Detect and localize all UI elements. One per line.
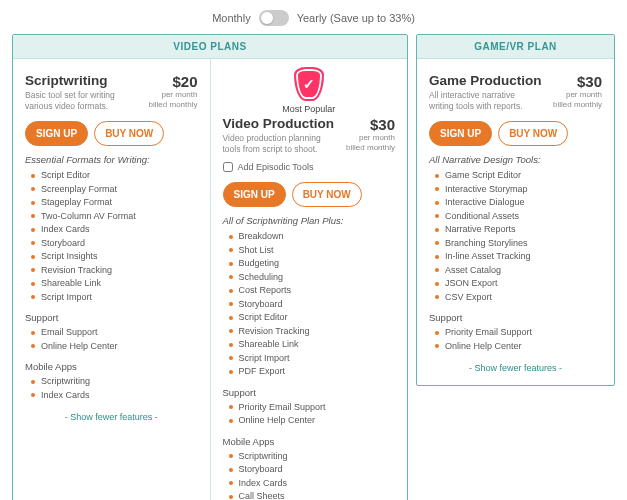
features-title: Essential Formats for Writing: (25, 154, 198, 165)
plan-price: $30 (553, 73, 602, 90)
most-popular-badge: ✓ Most Popular (223, 67, 396, 114)
list-item: Scheduling (229, 271, 396, 285)
list-item: Script Insights (31, 250, 198, 264)
list-item: JSON Export (435, 277, 602, 291)
list-item: Cost Reports (229, 284, 396, 298)
plan-title: Game Production (429, 73, 542, 88)
plan-card-scriptwriting: Scriptwriting Basic tool set for writing… (13, 59, 210, 500)
plan-group-game: GAME/VR PLAN Game Production All interac… (416, 34, 615, 386)
list-item: Script Editor (229, 311, 396, 325)
list-item: Index Cards (31, 223, 198, 237)
list-item: Budgeting (229, 257, 396, 271)
plans-row: VIDEO PLANS Scriptwriting Basic tool set… (12, 34, 615, 500)
buynow-button[interactable]: BUY NOW (292, 182, 362, 207)
plan-price: $20 (149, 73, 198, 90)
plan-card-video-production: ✓ Most Popular Video Production Video pr… (210, 59, 408, 500)
plan-card-game-production: Game Production All interactive narrativ… (417, 59, 614, 385)
feature-list: Script EditorScreenplay FormatStageplay … (25, 169, 198, 304)
plan-subtitle: All interactive narrative writing tools … (429, 90, 534, 111)
list-item: Storyboard (31, 237, 198, 251)
list-item: Branching Storylines (435, 237, 602, 251)
feature-list: BreakdownShot ListBudgetingSchedulingCos… (223, 230, 396, 379)
list-item: Interactive Dialogue (435, 196, 602, 210)
list-item: Conditional Assets (435, 210, 602, 224)
list-item: Script Import (31, 291, 198, 305)
support-list: Priority Email SupportOnline Help Center (223, 401, 396, 428)
list-item: Storyboard (229, 463, 396, 477)
list-item: Screenplay Format (31, 183, 198, 197)
list-item: PDF Export (229, 365, 396, 379)
plan-price-note: per month (346, 133, 395, 143)
list-item: Script Editor (31, 169, 198, 183)
list-item: Priority Email Support (435, 326, 602, 340)
list-item: Index Cards (31, 389, 198, 403)
plan-price-note: billed monthly (553, 100, 602, 110)
list-item: Online Help Center (31, 340, 198, 354)
plan-group-video: VIDEO PLANS Scriptwriting Basic tool set… (12, 34, 408, 500)
shield-check-icon: ✓ (294, 67, 324, 101)
billing-toggle[interactable] (259, 10, 289, 26)
signup-button[interactable]: SIGN UP (429, 121, 492, 146)
list-item: In-line Asset Tracking (435, 250, 602, 264)
mobile-list: ScriptwritingStoryboardIndex CardsCall S… (223, 450, 396, 500)
plan-price: $30 (346, 116, 395, 133)
plan-subtitle: Basic tool set for writing various video… (25, 90, 130, 111)
add-episodic-row[interactable]: Add Episodic Tools (223, 162, 396, 172)
mobile-label: Mobile Apps (223, 436, 396, 447)
list-item: Narrative Reports (435, 223, 602, 237)
list-item: Index Cards (229, 477, 396, 491)
list-item: Shareable Link (229, 338, 396, 352)
support-label: Support (25, 312, 198, 323)
list-item: Email Support (31, 326, 198, 340)
features-title: All of Scriptwriting Plan Plus: (223, 215, 396, 226)
list-item: Scriptwriting (31, 375, 198, 389)
add-episodic-checkbox[interactable] (223, 162, 233, 172)
plan-subtitle: Video production planning tools from scr… (223, 133, 328, 154)
support-label: Support (223, 387, 396, 398)
buynow-button[interactable]: BUY NOW (498, 121, 568, 146)
list-item: Scriptwriting (229, 450, 396, 464)
buynow-button[interactable]: BUY NOW (94, 121, 164, 146)
group-header-video: VIDEO PLANS (13, 35, 407, 59)
signup-button[interactable]: SIGN UP (223, 182, 286, 207)
list-item: Breakdown (229, 230, 396, 244)
billing-yearly-label: Yearly (Save up to 33%) (297, 12, 415, 24)
plan-title: Scriptwriting (25, 73, 130, 88)
list-item: Shareable Link (31, 277, 198, 291)
list-item: Revision Tracking (229, 325, 396, 339)
plan-price-note: billed monthly (149, 100, 198, 110)
plan-price-note: per month (149, 90, 198, 100)
list-item: Interactive Storymap (435, 183, 602, 197)
mobile-label: Mobile Apps (25, 361, 198, 372)
plan-price-note: billed monthly (346, 143, 395, 153)
feature-list: Game Script EditorInteractive StorymapIn… (429, 169, 602, 304)
list-item: Online Help Center (229, 414, 396, 428)
list-item: Asset Catalog (435, 264, 602, 278)
add-episodic-label: Add Episodic Tools (238, 162, 314, 172)
show-fewer-link[interactable]: - Show fewer features - (25, 412, 198, 422)
list-item: Game Script Editor (435, 169, 602, 183)
list-item: Storyboard (229, 298, 396, 312)
signup-button[interactable]: SIGN UP (25, 121, 88, 146)
most-popular-label: Most Popular (282, 104, 335, 114)
list-item: Call Sheets (229, 490, 396, 500)
support-list: Email SupportOnline Help Center (25, 326, 198, 353)
plan-title: Video Production (223, 116, 335, 131)
list-item: Two-Column AV Format (31, 210, 198, 224)
mobile-list: ScriptwritingIndex Cards (25, 375, 198, 402)
list-item: Stageplay Format (31, 196, 198, 210)
features-title: All Narrative Design Tools: (429, 154, 602, 165)
support-label: Support (429, 312, 602, 323)
billing-monthly-label: Monthly (212, 12, 251, 24)
list-item: Priority Email Support (229, 401, 396, 415)
show-fewer-link[interactable]: - Show fewer features - (429, 363, 602, 373)
list-item: Script Import (229, 352, 396, 366)
list-item: CSV Export (435, 291, 602, 305)
billing-toggle-row: Monthly Yearly (Save up to 33%) (12, 10, 615, 26)
list-item: Revision Tracking (31, 264, 198, 278)
list-item: Shot List (229, 244, 396, 258)
list-item: Online Help Center (435, 340, 602, 354)
plan-price-note: per month (553, 90, 602, 100)
group-header-game: GAME/VR PLAN (417, 35, 614, 59)
support-list: Priority Email SupportOnline Help Center (429, 326, 602, 353)
